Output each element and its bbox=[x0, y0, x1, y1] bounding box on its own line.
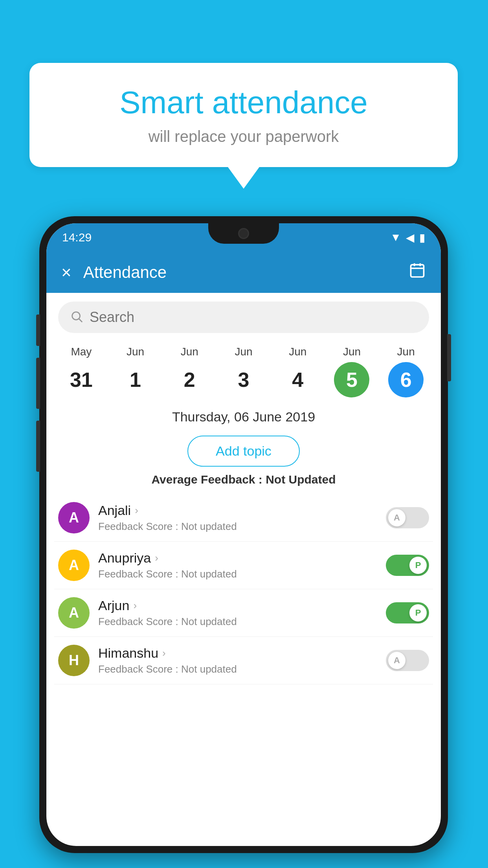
calendar-day[interactable]: Jun3 bbox=[216, 346, 271, 397]
calendar-button[interactable] bbox=[409, 262, 426, 283]
avatar: H bbox=[58, 645, 90, 676]
volume-down-button bbox=[36, 421, 40, 472]
speech-bubble: Smart attendance will replace your paper… bbox=[29, 63, 458, 167]
selected-date: Thursday, 06 June 2019 bbox=[46, 401, 441, 428]
search-input[interactable] bbox=[90, 309, 417, 326]
app-bar: × Attendance bbox=[46, 252, 441, 293]
mute-button bbox=[36, 314, 40, 346]
student-info: Arjun ›Feedback Score : Not updated bbox=[98, 598, 377, 628]
close-button[interactable]: × bbox=[61, 263, 72, 282]
calendar-day[interactable]: Jun2 bbox=[162, 346, 216, 397]
student-name: Anupriya › bbox=[98, 550, 377, 566]
student-info: Anupriya ›Feedback Score : Not updated bbox=[98, 550, 377, 580]
attendance-toggle[interactable]: P bbox=[386, 555, 429, 576]
speech-bubble-container: Smart attendance will replace your paper… bbox=[29, 63, 458, 189]
avg-feedback-value: Not Updated bbox=[266, 473, 336, 486]
cal-date-number[interactable]: 6 bbox=[388, 362, 424, 397]
avatar: A bbox=[58, 597, 90, 629]
chevron-right-icon: › bbox=[155, 552, 158, 564]
student-item[interactable]: HHimanshu ›Feedback Score : Not updatedA bbox=[54, 637, 433, 684]
student-item[interactable]: AArjun ›Feedback Score : Not updatedP bbox=[54, 589, 433, 637]
calendar-day[interactable]: May31 bbox=[54, 346, 108, 397]
avatar: A bbox=[58, 550, 90, 581]
feedback-score: Feedback Score : Not updated bbox=[98, 663, 377, 675]
cal-date-number[interactable]: 2 bbox=[172, 362, 207, 397]
attendance-toggle[interactable]: A bbox=[386, 650, 429, 671]
cal-date-number[interactable]: 5 bbox=[334, 362, 369, 397]
calendar-strip: May31Jun1Jun2Jun3Jun4Jun5Jun6 bbox=[46, 342, 441, 401]
phone-screen: 14:29 ▼ ◀ ▮ × Attendance bbox=[46, 223, 441, 846]
student-info: Anjali ›Feedback Score : Not updated bbox=[98, 503, 377, 533]
cal-month-label: Jun bbox=[397, 346, 415, 358]
signal-icon: ◀ bbox=[406, 231, 415, 244]
status-time: 14:29 bbox=[62, 231, 92, 244]
app-title: Attendance bbox=[83, 263, 397, 282]
power-button bbox=[447, 334, 451, 381]
toggle-knob: A bbox=[388, 509, 405, 526]
attendance-toggle[interactable]: P bbox=[386, 602, 429, 623]
avg-feedback: Average Feedback : Not Updated bbox=[46, 473, 441, 486]
calendar-day[interactable]: Jun5 bbox=[325, 346, 379, 397]
cal-date-number[interactable]: 31 bbox=[64, 362, 99, 397]
bubble-title: Smart attendance bbox=[53, 85, 434, 121]
student-item[interactable]: AAnupriya ›Feedback Score : Not updatedP bbox=[54, 542, 433, 589]
cal-month-label: Jun bbox=[181, 346, 198, 358]
feedback-score: Feedback Score : Not updated bbox=[98, 616, 377, 628]
cal-month-label: Jun bbox=[289, 346, 306, 358]
volume-up-button bbox=[36, 358, 40, 409]
search-bar[interactable] bbox=[58, 302, 429, 333]
feedback-score: Feedback Score : Not updated bbox=[98, 568, 377, 580]
cal-date-number[interactable]: 3 bbox=[226, 362, 261, 397]
bubble-tail bbox=[228, 167, 259, 189]
cal-month-label: Jun bbox=[235, 346, 252, 358]
student-name: Himanshu › bbox=[98, 645, 377, 661]
wifi-icon: ▼ bbox=[390, 231, 401, 244]
phone-notch bbox=[208, 223, 279, 244]
cal-date-number[interactable]: 1 bbox=[118, 362, 153, 397]
student-item[interactable]: AAnjali ›Feedback Score : Not updatedA bbox=[54, 494, 433, 542]
svg-point-4 bbox=[72, 312, 80, 320]
svg-rect-0 bbox=[411, 265, 424, 277]
toggle-knob: P bbox=[409, 557, 427, 574]
bubble-subtitle: will replace your paperwork bbox=[53, 128, 434, 145]
front-camera bbox=[238, 228, 249, 239]
cal-month-label: Jun bbox=[127, 346, 144, 358]
calendar-day[interactable]: Jun4 bbox=[271, 346, 325, 397]
chevron-right-icon: › bbox=[133, 600, 137, 612]
add-topic-button[interactable]: Add topic bbox=[187, 436, 300, 467]
student-list: AAnjali ›Feedback Score : Not updatedAAA… bbox=[46, 494, 441, 684]
student-name: Anjali › bbox=[98, 503, 377, 518]
svg-line-5 bbox=[79, 319, 82, 322]
chevron-right-icon: › bbox=[135, 504, 138, 517]
calendar-day[interactable]: Jun6 bbox=[379, 346, 433, 397]
avg-feedback-label: Average Feedback : bbox=[151, 473, 262, 486]
status-icons: ▼ ◀ ▮ bbox=[390, 231, 425, 244]
feedback-score: Feedback Score : Not updated bbox=[98, 520, 377, 533]
add-topic-container: Add topic bbox=[46, 436, 441, 467]
search-icon bbox=[70, 310, 83, 325]
cal-month-label: Jun bbox=[343, 346, 361, 358]
chevron-right-icon: › bbox=[162, 647, 166, 659]
phone-frame: 14:29 ▼ ◀ ▮ × Attendance bbox=[39, 216, 448, 853]
toggle-knob: A bbox=[388, 652, 405, 669]
attendance-toggle[interactable]: A bbox=[386, 507, 429, 528]
cal-date-number[interactable]: 4 bbox=[280, 362, 316, 397]
calendar-day[interactable]: Jun1 bbox=[108, 346, 163, 397]
avatar: A bbox=[58, 502, 90, 533]
student-info: Himanshu ›Feedback Score : Not updated bbox=[98, 645, 377, 675]
student-name: Arjun › bbox=[98, 598, 377, 613]
battery-icon: ▮ bbox=[419, 231, 425, 244]
cal-month-label: May bbox=[71, 346, 92, 358]
toggle-knob: P bbox=[409, 604, 427, 622]
